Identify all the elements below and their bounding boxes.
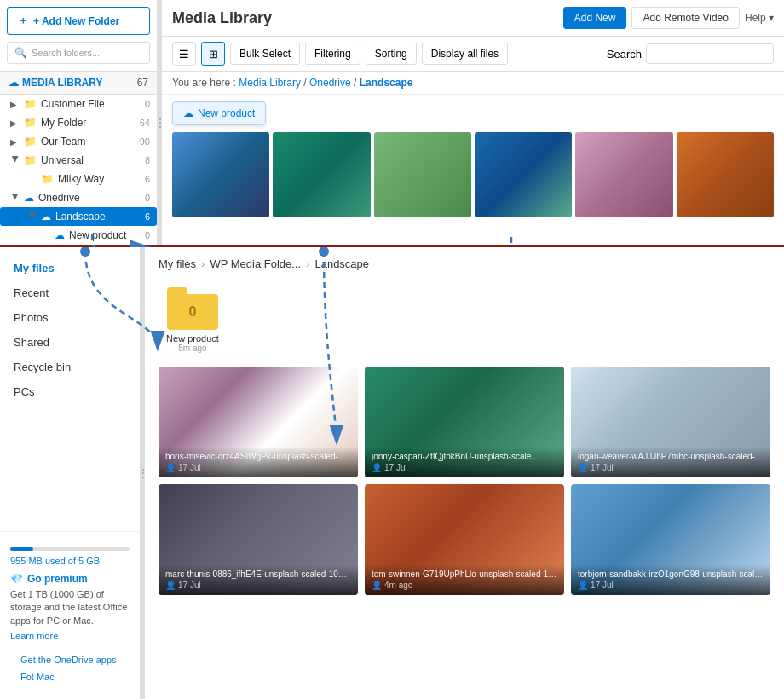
storage-text: 955 MB used of 5 GB	[10, 556, 130, 566]
storage-bar-fill	[10, 547, 33, 551]
cloud-icon: ☁	[41, 211, 51, 222]
nav-recycle-bin[interactable]: Recycle bin	[0, 355, 140, 379]
sidebar-item-onedrive[interactable]: ▶ ☁ Onedrive 0	[0, 188, 157, 207]
image-cell-torbjorn[interactable]: torbjorn-sandbakk-irzO1gonG98-unsplash-s…	[571, 484, 770, 595]
folder-body: 0	[167, 294, 218, 330]
image-overlay: logan-weaver-wAJJJbP7mbc-unsplash-scaled…	[571, 447, 770, 477]
image-date: 👤 17 Jul	[372, 463, 557, 472]
sidebar-item-landscape[interactable]: ▶ ☁ Landscape 6	[0, 207, 157, 226]
sidebar-top: ＋ + Add New Folder 🔍 Search folders... ☁…	[0, 0, 158, 245]
folder-new-product[interactable]: 0 New product 5m ago	[159, 287, 227, 353]
user-icon: 👤	[372, 463, 382, 472]
user-icon: 👤	[578, 463, 588, 472]
bottom-breadcrumb: My files › WP Media Folde... › Landscape	[145, 247, 784, 280]
nav-recent[interactable]: Recent	[0, 280, 140, 305]
folder-icon: 📁	[24, 154, 37, 166]
image-filename: jonny-caspari-ZtIQjtbkBnU-unsplash-scale…	[372, 452, 557, 461]
list-view-button[interactable]: ☰	[172, 42, 196, 66]
header-buttons: Add New Add Remote Video Help ▾	[563, 7, 774, 29]
image-date: 👤 17 Jul	[165, 463, 351, 472]
filtering-button[interactable]: Filtering	[305, 43, 360, 65]
storage-footer: 955 MB used of 5 GB 💎 Go premium Get 1 T…	[0, 531, 140, 699]
thumbnail-2[interactable]	[273, 132, 370, 217]
folder-section: 0 New product 5m ago	[145, 280, 784, 360]
nav-shared[interactable]: Shared	[0, 330, 140, 355]
cloud-icon: ☁	[183, 107, 193, 119]
user-icon: 👤	[165, 463, 176, 472]
expand-arrow: ▶	[11, 155, 20, 165]
sorting-button[interactable]: Sorting	[366, 43, 417, 65]
nav-pcs[interactable]: PCs	[0, 379, 140, 404]
diamond-icon: 💎	[10, 573, 23, 585]
image-cell-logan[interactable]: logan-weaver-wAJJJbP7mbc-unsplash-scaled…	[571, 367, 770, 477]
folder-badge: 0	[189, 304, 197, 320]
expand-arrow: ▶	[10, 118, 20, 128]
search-icon: 🔍	[14, 47, 27, 59]
storage-bar	[10, 547, 130, 551]
get-onedrive-apps-link[interactable]: Get the OneDrive apps	[10, 648, 130, 672]
search-field: Search	[607, 43, 774, 64]
breadcrumb-onedrive[interactable]: Onedrive	[309, 77, 351, 89]
sidebar-item-our-team[interactable]: ▶ 📁 Our Team 90	[0, 132, 157, 151]
premium-desc: Get 1 TB (1000 GB) of storage and the la…	[10, 588, 130, 627]
sidebar-item-my-folder[interactable]: ▶ 📁 My Folder 64	[0, 113, 157, 132]
image-overlay: marc-thunis-0886_ifhE4E-unsplash-scaled-…	[159, 564, 358, 595]
add-new-button[interactable]: Add New	[563, 7, 627, 29]
sidebar-item-customer-file[interactable]: ▶ 📁 Customer File 0	[0, 95, 157, 113]
expand-arrow: ▶	[28, 211, 37, 222]
premium-box: 💎 Go premium Get 1 TB (1000 GB) of stora…	[10, 566, 130, 648]
expand-arrow: ▶	[10, 100, 20, 109]
help-button[interactable]: Help ▾	[745, 7, 774, 29]
bulk-select-button[interactable]: Bulk Select	[230, 43, 300, 65]
thumbnail-5[interactable]	[575, 132, 672, 217]
image-cell-jonny[interactable]: jonny-caspari-ZtIQjtbkBnU-unsplash-scale…	[365, 367, 564, 477]
add-folder-button[interactable]: ＋ + Add New Folder	[7, 7, 150, 35]
image-cell-tom[interactable]: tom-swinnen-G719UpPhLlo-unsplash-scaled-…	[365, 484, 564, 595]
sidebar-item-universal[interactable]: ▶ 📁 Universal 8	[0, 151, 157, 170]
onedrive-nav: My files Recent Photos Shared Recycle bi…	[0, 256, 140, 404]
breadcrumb-my-files[interactable]: My files	[159, 257, 196, 270]
image-overlay: tom-swinnen-G719UpPhLlo-unsplash-scaled-…	[365, 564, 564, 595]
image-cell-boris[interactable]: boris-misevic-qrz4ASIWgPk-unsplash-scale…	[159, 367, 358, 477]
toolbar: ☰ ⊞ Bulk Select Filtering Sorting Displa…	[162, 37, 784, 72]
image-filename: tom-swinnen-G719UpPhLlo-unsplash-scaled-…	[372, 569, 557, 579]
breadcrumb-landscape: Landscape	[314, 257, 369, 270]
thumbnail-6[interactable]	[677, 132, 774, 217]
display-all-button[interactable]: Display all files	[422, 43, 508, 65]
media-library-header: ☁ MEDIA LIBRARY 67	[0, 71, 157, 95]
image-filename: marc-thunis-0886_ifhE4E-unsplash-scaled-…	[165, 569, 351, 579]
cloud-icon: ☁	[55, 229, 65, 241]
image-filename: logan-weaver-wAJJJbP7mbc-unsplash-scaled…	[578, 452, 764, 461]
thumbnail-1[interactable]	[172, 132, 269, 217]
sidebar-item-new-product[interactable]: ☁ New product 0	[0, 226, 157, 245]
nav-photos[interactable]: Photos	[0, 305, 140, 330]
cloud-icon: ☁	[9, 77, 19, 89]
expand-arrow: ▶	[11, 193, 20, 203]
new-product-button[interactable]: ☁ New product	[172, 101, 266, 125]
folder-icon: 📁	[24, 98, 37, 110]
search-input[interactable]	[646, 43, 774, 64]
folder-icon: 📁	[24, 136, 37, 147]
image-overlay: jonny-caspari-ZtIQjtbkBnU-unsplash-scale…	[365, 447, 564, 477]
breadcrumb-wp-media[interactable]: WP Media Folde...	[210, 257, 301, 270]
folder-time: 5m ago	[178, 344, 206, 353]
image-date: 👤 4m ago	[372, 581, 557, 590]
thumbnail-3[interactable]	[374, 132, 471, 217]
page-title: Media Library	[172, 9, 272, 27]
for-mac-link[interactable]: Fot Mac	[10, 672, 130, 689]
image-cell-marc[interactable]: marc-thunis-0886_ifhE4E-unsplash-scaled-…	[159, 484, 358, 595]
breadcrumb-media-library[interactable]: Media Library	[239, 77, 301, 89]
image-filename: boris-misevic-qrz4ASIWgPk-unsplash-scale…	[165, 452, 351, 461]
image-filename: torbjorn-sandbakk-irzO1gonG98-unsplash-s…	[578, 569, 764, 579]
image-overlay: torbjorn-sandbakk-irzO1gonG98-unsplash-s…	[571, 564, 770, 595]
folder-icon: 📁	[24, 117, 37, 129]
sidebar-item-milky-way[interactable]: 📁 Milky Way 6	[0, 170, 157, 188]
add-remote-video-button[interactable]: Add Remote Video	[631, 7, 740, 29]
thumbnail-4[interactable]	[475, 132, 572, 217]
main-bottom-panel: My files › WP Media Folde... › Landscape…	[145, 247, 784, 699]
grid-view-button[interactable]: ⊞	[201, 42, 225, 66]
search-folders-box[interactable]: 🔍 Search folders...	[7, 42, 150, 64]
learn-more-link[interactable]: Learn more	[10, 631, 130, 641]
user-icon: 👤	[165, 581, 176, 590]
nav-my-files[interactable]: My files	[0, 256, 140, 280]
